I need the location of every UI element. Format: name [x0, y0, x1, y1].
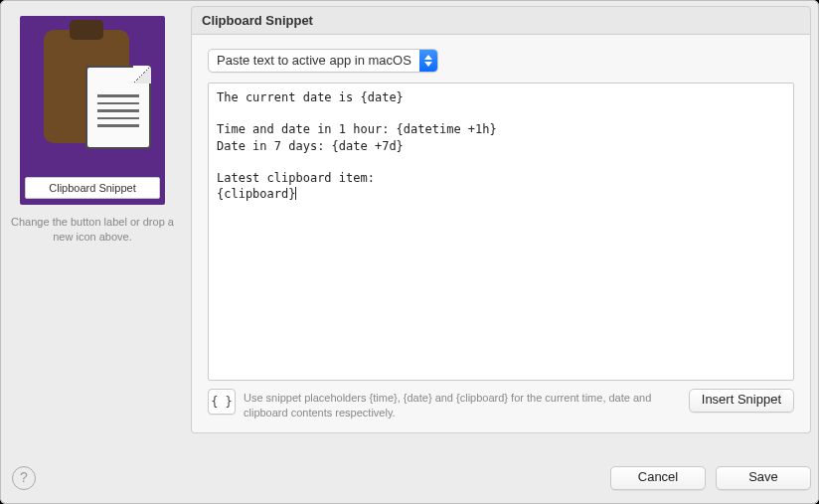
button-label-field[interactable]: Clipboard Snippet — [25, 177, 160, 199]
action-select-row: Paste text to active app in macOS — [208, 49, 794, 73]
placeholder-hint-text: Use snippet placeholders {time}, {date} … — [244, 389, 681, 420]
action-select-label: Paste text to active app in macOS — [209, 50, 419, 72]
save-button[interactable]: Save — [716, 466, 811, 490]
left-column: Clipboard Snippet Change the button labe… — [8, 6, 177, 433]
select-arrows-icon — [419, 50, 437, 72]
icon-drop-tile[interactable]: Clipboard Snippet — [20, 16, 165, 205]
text-cursor — [295, 187, 296, 200]
clipboard-snippet-icon — [26, 22, 159, 177]
cancel-button[interactable]: Cancel — [610, 466, 706, 490]
placeholder-braces-button[interactable]: { } — [208, 389, 236, 415]
preferences-window: Clipboard Snippet Change the button labe… — [0, 0, 819, 504]
icon-caption: Change the button label or drop a new ic… — [8, 215, 177, 245]
dialog-footer: ? Cancel Save — [8, 466, 811, 490]
panel-title: Clipboard Snippet — [191, 6, 811, 35]
svg-marker-0 — [424, 55, 432, 60]
action-select[interactable]: Paste text to active app in macOS — [208, 49, 438, 73]
hint-row: { } Use snippet placeholders {time}, {da… — [208, 389, 794, 420]
right-column: Clipboard Snippet Paste text to active a… — [191, 6, 811, 433]
content-columns: Clipboard Snippet Change the button labe… — [8, 6, 811, 433]
snippet-textarea[interactable]: The current date is {date} Time and date… — [208, 83, 794, 381]
insert-snippet-button[interactable]: Insert Snippet — [689, 389, 794, 413]
panel-body: Paste text to active app in macOS The cu… — [191, 35, 811, 433]
help-button[interactable]: ? — [12, 466, 36, 490]
svg-marker-1 — [424, 62, 432, 67]
